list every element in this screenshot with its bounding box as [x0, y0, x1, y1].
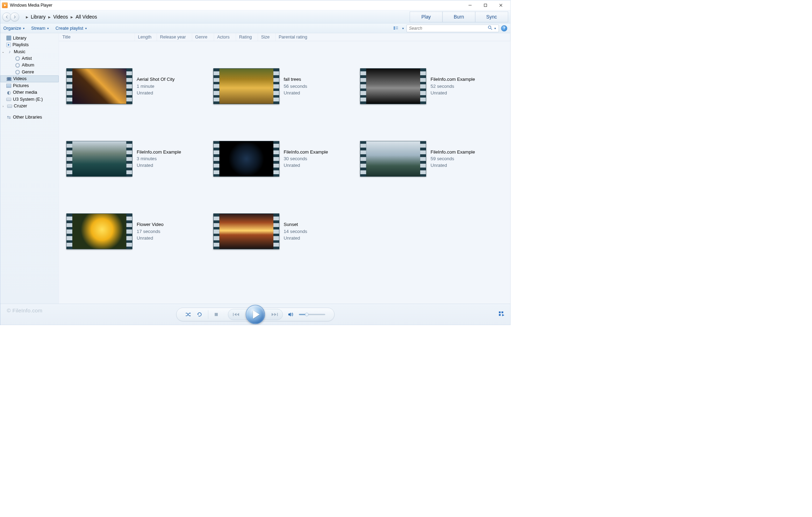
sidebar-item-label: Genre — [22, 70, 34, 75]
col-rating[interactable]: Rating — [236, 33, 258, 41]
shuffle-button[interactable] — [185, 312, 191, 317]
sidebar-item-other-media[interactable]: ◐Other media — [0, 89, 59, 96]
previous-button[interactable] — [232, 312, 239, 317]
video-item[interactable]: Sunset14 secondsUnrated — [211, 195, 358, 268]
sidebar-item-label: U3 System (E:) — [13, 97, 43, 102]
tab-burn[interactable]: Burn — [443, 12, 475, 22]
video-thumbnail[interactable] — [360, 141, 426, 177]
close-button[interactable] — [493, 0, 509, 10]
organize-menu[interactable]: Organize▼ — [3, 26, 25, 31]
back-button[interactable] — [2, 13, 11, 21]
other-media-icon: ◐ — [6, 90, 11, 95]
next-button[interactable] — [271, 312, 278, 317]
svg-marker-24 — [502, 314, 504, 316]
volume-slider[interactable] — [299, 314, 325, 315]
video-item[interactable]: Aerial Shot Of City1 minuteUnrated — [64, 50, 211, 122]
crumb-library[interactable]: Library — [31, 14, 45, 20]
video-length: 17 seconds — [137, 228, 164, 235]
switch-now-playing-button[interactable] — [499, 311, 505, 318]
svg-rect-1 — [484, 4, 487, 7]
minimize-button[interactable] — [462, 0, 478, 10]
play-button[interactable] — [246, 305, 265, 324]
col-release[interactable]: Release year — [157, 33, 192, 41]
sidebar-item-u3-system-e-[interactable]: U3 System (E:) — [0, 96, 59, 102]
video-thumbnail[interactable] — [66, 69, 132, 104]
sidebar-item-label: Other Libraries — [13, 115, 42, 120]
thumbnail-image — [366, 69, 421, 104]
search-input[interactable] — [409, 26, 488, 31]
chevron-down-icon: ▼ — [22, 27, 25, 30]
col-title[interactable]: Title — [63, 33, 135, 41]
video-item[interactable]: FileInfo.com Example59 secondsUnrated — [358, 122, 505, 195]
chevron-down-icon[interactable]: ▼ — [494, 27, 496, 30]
svg-marker-17 — [272, 313, 274, 316]
sidebar-item-music[interactable]: ⌄♪Music — [0, 48, 59, 55]
sidebar-item-other-libraries[interactable]: ⇆Other Libraries — [0, 114, 59, 121]
search-icon[interactable] — [488, 25, 493, 31]
stream-menu[interactable]: Stream▼ — [31, 26, 49, 31]
col-genre[interactable]: Genre — [192, 33, 214, 41]
maximize-button[interactable] — [478, 0, 493, 10]
sidebar-item-cruzer[interactable]: ›Cruzer — [0, 103, 59, 109]
crumb-videos[interactable]: Videos — [53, 14, 68, 20]
volume-thumb[interactable] — [305, 313, 309, 316]
sidebar-item-pictures[interactable]: Pictures — [0, 82, 59, 89]
chevron-down-icon[interactable]: ▼ — [402, 27, 404, 30]
chevron-down-icon: ▼ — [47, 27, 49, 30]
stop-button[interactable] — [214, 312, 218, 317]
chevron-down-icon[interactable]: ⌄ — [1, 50, 5, 53]
crumb-sep-icon: ▶ — [26, 15, 28, 19]
player-controls — [176, 307, 335, 321]
help-button[interactable]: ? — [501, 25, 507, 31]
video-rating: Unrated — [137, 162, 181, 169]
navbar: ▶ Library ▶ Videos ▶ All Videos Play Bur… — [0, 10, 510, 24]
tab-sync[interactable]: Sync — [475, 12, 508, 22]
chevron-down-icon: ▼ — [85, 27, 87, 30]
video-item[interactable]: FileInfo.com Example3 minutesUnrated — [64, 122, 211, 195]
col-actors[interactable]: Actors — [214, 33, 236, 41]
video-item[interactable]: Flower Video17 secondsUnrated — [64, 195, 211, 268]
thumbnail-image — [366, 141, 421, 177]
sidebar-item-label: Artist — [22, 56, 32, 61]
repeat-button[interactable] — [197, 312, 202, 317]
video-title: fall trees — [283, 76, 307, 83]
sidebar-item-genre[interactable]: Genre — [0, 69, 59, 75]
crumb-allvideos[interactable]: All Videos — [76, 14, 97, 20]
video-thumbnail[interactable] — [66, 213, 132, 249]
col-parental[interactable]: Parental rating — [275, 33, 510, 41]
thumbnail-image — [219, 141, 273, 177]
video-item[interactable]: fall trees56 secondsUnrated — [211, 50, 358, 122]
svg-rect-13 — [215, 313, 218, 316]
video-thumbnail[interactable] — [213, 213, 279, 249]
sidebar-item-library[interactable]: Library — [0, 35, 59, 41]
column-headers: Title Length Release year Genre Actors R… — [59, 33, 510, 41]
video-title: Sunset — [283, 221, 307, 228]
create-playlist-menu[interactable]: Create playlist▼ — [56, 26, 87, 31]
video-item[interactable]: FileInfo.com Example30 secondsUnrated — [211, 122, 358, 195]
video-thumbnail[interactable] — [360, 69, 426, 104]
sidebar-item-label: Pictures — [13, 83, 29, 88]
chevron-right-icon[interactable]: › — [1, 104, 5, 108]
video-thumbnail[interactable] — [213, 69, 279, 104]
video-meta: Sunset14 secondsUnrated — [283, 221, 307, 241]
sidebar-item-artist[interactable]: Artist — [0, 55, 59, 62]
sidebar-item-videos[interactable]: Videos — [0, 76, 59, 82]
toolbar: Organize▼ Stream▼ Create playlist▼ ▼ — [0, 23, 510, 33]
col-length[interactable]: Length — [135, 33, 157, 41]
view-options-button[interactable] — [393, 26, 400, 31]
music-icon: ♪ — [7, 49, 12, 54]
sidebar-item-playlists[interactable]: Playlists — [0, 41, 59, 48]
tab-play[interactable]: Play — [410, 12, 443, 22]
breadcrumb: ▶ Library ▶ Videos ▶ All Videos — [26, 14, 97, 20]
video-thumbnail[interactable] — [213, 141, 279, 177]
video-thumbnail[interactable] — [66, 141, 132, 177]
video-title: FileInfo.com Example — [137, 149, 181, 155]
svg-marker-20 — [288, 312, 291, 316]
mute-button[interactable] — [288, 312, 293, 317]
app-window: Windows Media Player ▶ Library ▶ — [0, 0, 510, 325]
video-meta: Flower Video17 secondsUnrated — [137, 221, 164, 241]
col-size[interactable]: Size — [258, 33, 275, 41]
forward-button[interactable] — [10, 13, 19, 21]
video-item[interactable]: FileInfo.com Example52 secondsUnrated — [358, 50, 505, 122]
sidebar-item-album[interactable]: Album — [0, 62, 59, 69]
